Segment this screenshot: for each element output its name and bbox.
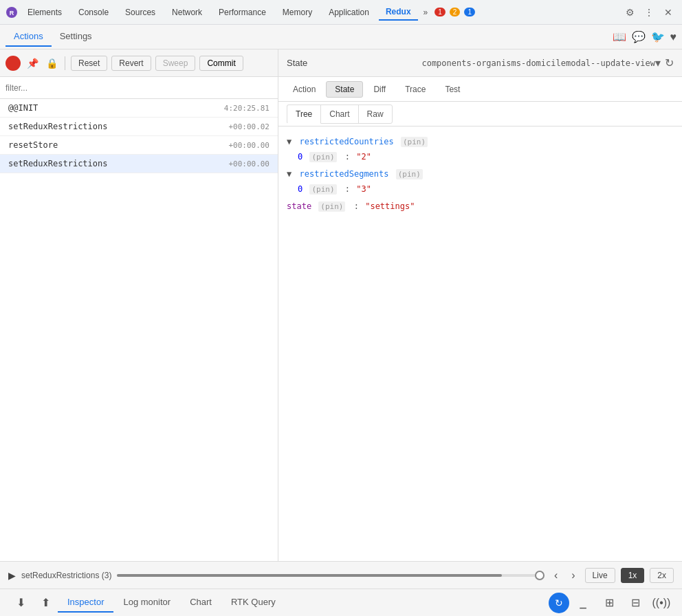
pin-button[interactable]: 📌 <box>25 56 40 71</box>
tree-node-state: state (pin) : "settings" <box>287 199 674 214</box>
info-badge: 1 <box>464 8 475 16</box>
grid-button[interactable]: ⊞ <box>597 591 622 615</box>
more-options-button[interactable]: ⋮ <box>641 4 657 21</box>
svg-text:R: R <box>10 10 14 16</box>
devtools-subtabs: Actions Settings 📖 💬 🐦 ♥ <box>0 25 682 50</box>
node-key[interactable]: restrictedCountries <box>299 137 393 146</box>
tab-rtk-query[interactable]: RTK Query <box>221 593 285 613</box>
tab-state[interactable]: State <box>326 81 363 98</box>
main-panels: 📌 🔒 Reset Revert Sweep Commit @@INIT 4:2… <box>0 50 682 561</box>
terminal-button[interactable]: _ <box>571 591 595 615</box>
string-value: "2" <box>356 152 371 162</box>
scrubber[interactable] <box>117 574 544 577</box>
revert-button[interactable]: Revert <box>111 56 151 71</box>
tree-arrow-icon[interactable]: ▼ <box>287 137 292 146</box>
commit-button[interactable]: Commit <box>199 56 243 71</box>
action-row[interactable]: setReduxRestrictions +00:00.00 <box>0 155 278 173</box>
tab-sources[interactable]: Sources <box>118 5 162 20</box>
tree-arrow-icon[interactable]: ▼ <box>287 169 292 179</box>
record-button[interactable] <box>6 56 21 71</box>
tab-inspector[interactable]: Inspector <box>58 593 113 613</box>
book-icon[interactable]: 📖 <box>613 30 626 43</box>
colon: : <box>354 201 359 211</box>
colon: : <box>345 152 350 162</box>
node-key[interactable]: restrictedSegments <box>299 169 388 179</box>
tab-memory[interactable]: Memory <box>276 5 319 20</box>
tab-test[interactable]: Test <box>436 81 469 98</box>
string-value: "3" <box>356 184 371 194</box>
filter-input[interactable] <box>6 83 272 93</box>
speed-2x-button[interactable]: 2x <box>650 568 674 583</box>
tab-network[interactable]: Network <box>165 5 209 20</box>
tree-child-0: 0 (pin) : "3" <box>287 182 674 197</box>
action-time: 4:20:25.81 <box>224 104 270 113</box>
action-name: @@INIT <box>8 103 38 113</box>
tab-chart[interactable]: Chart <box>320 104 358 124</box>
colon: : <box>345 184 350 194</box>
browser-toolbar: R Elements Console Sources Network Perfo… <box>0 0 682 25</box>
dropdown-button[interactable]: ▾ <box>655 56 661 69</box>
grid-remove-button[interactable]: ⊟ <box>623 591 648 615</box>
error-badge: 1 <box>434 8 446 16</box>
pin-badge[interactable]: (pin) <box>318 201 345 212</box>
lock-button[interactable]: 🔒 <box>44 56 59 71</box>
tab-console[interactable]: Console <box>72 5 116 20</box>
tree-tabs: Tree Chart Raw <box>278 102 682 126</box>
pin-badge[interactable]: (pin) <box>309 184 336 195</box>
live-button[interactable]: Live <box>585 568 615 583</box>
state-key: state <box>287 201 311 211</box>
tab-performance[interactable]: Performance <box>212 5 273 20</box>
tab-trace[interactable]: Trace <box>396 81 434 98</box>
pin-badge[interactable]: (pin) <box>309 152 336 162</box>
tab-diff[interactable]: Diff <box>364 81 395 98</box>
download-button[interactable]: ⬇ <box>8 591 33 615</box>
upload-button[interactable]: ⬆ <box>33 591 58 615</box>
actions-list: @@INIT 4:20:25.81 setReduxRestrictions +… <box>0 99 278 561</box>
play-button[interactable]: ▶ <box>8 570 16 581</box>
state-tree: ▼ restrictedCountries (pin) 0 (pin) : "2… <box>278 126 682 561</box>
sweep-button[interactable]: Sweep <box>155 56 196 71</box>
scrubber-thumb[interactable] <box>535 571 544 580</box>
action-row[interactable]: @@INIT 4:20:25.81 <box>0 99 278 118</box>
heart-icon[interactable]: ♥ <box>670 31 677 43</box>
index-label: 0 <box>298 152 302 162</box>
more-tabs-button[interactable]: » <box>421 8 431 17</box>
panel-title: State <box>287 58 421 68</box>
tab-application[interactable]: Application <box>322 5 376 20</box>
tab-redux[interactable]: Redux <box>379 4 418 21</box>
tab-actions[interactable]: Actions <box>6 27 52 47</box>
component-selector[interactable]: components-organisms-domicilemodal--upda… <box>421 58 655 68</box>
settings-button[interactable]: ⚙ <box>622 4 638 21</box>
twitter-icon[interactable]: 🐦 <box>651 30 665 43</box>
tab-settings[interactable]: Settings <box>52 27 100 47</box>
action-name: setReduxRestrictions <box>8 122 108 131</box>
tab-action[interactable]: Action <box>284 81 324 98</box>
next-button[interactable]: › <box>567 568 579 583</box>
action-name: setReduxRestrictions <box>8 159 108 168</box>
chat-icon[interactable]: 💬 <box>632 30 646 43</box>
pin-badge[interactable]: (pin) <box>401 137 428 147</box>
action-row[interactable]: setReduxRestrictions +00:00.02 <box>0 118 278 136</box>
warning-badge: 2 <box>450 8 461 16</box>
tree-child-0: 0 (pin) : "2" <box>287 150 674 165</box>
speed-1x-button[interactable]: 1x <box>621 568 645 583</box>
tab-tree[interactable]: Tree <box>287 104 321 124</box>
pin-badge[interactable]: (pin) <box>396 169 423 179</box>
refresh-button[interactable]: ↻ <box>665 56 674 69</box>
action-row[interactable]: resetStore +00:00.00 <box>0 136 278 155</box>
refresh-circle-button[interactable]: ↻ <box>549 593 569 613</box>
action-toolbar: 📌 🔒 Reset Revert Sweep Commit <box>0 50 278 77</box>
close-button[interactable]: ✕ <box>660 4 676 21</box>
tab-raw[interactable]: Raw <box>358 104 393 124</box>
redux-logo-icon: R <box>6 6 18 19</box>
state-tabs: Action State Diff Trace Test <box>278 77 682 102</box>
broadcast-button[interactable]: ((•)) <box>649 591 674 615</box>
tab-chart-bottom[interactable]: Chart <box>180 593 221 613</box>
reset-button[interactable]: Reset <box>71 56 107 71</box>
tab-elements[interactable]: Elements <box>21 5 69 20</box>
separator <box>65 56 65 70</box>
tab-log-monitor[interactable]: Log monitor <box>113 593 180 613</box>
devtools-panel: Actions Settings 📖 💬 🐦 ♥ 📌 🔒 Reset Rever… <box>0 25 682 616</box>
string-value: "settings" <box>365 201 415 211</box>
prev-button[interactable]: ‹ <box>550 568 562 583</box>
